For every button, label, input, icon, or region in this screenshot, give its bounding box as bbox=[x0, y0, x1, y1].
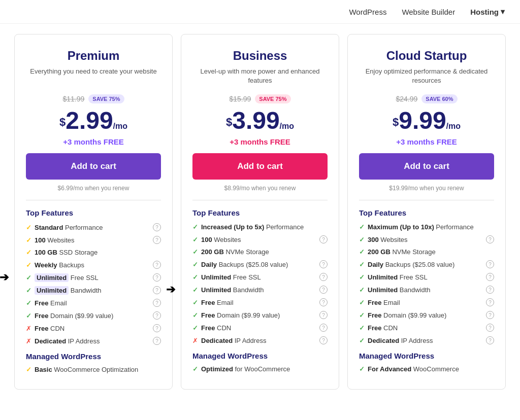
info-icon[interactable]: ? bbox=[319, 286, 328, 294]
info-icon[interactable]: ? bbox=[486, 311, 494, 319]
price-dollar: $ bbox=[226, 116, 232, 128]
check-green-icon: ✓ bbox=[192, 273, 198, 281]
info-icon[interactable]: ? bbox=[319, 311, 328, 319]
feature-left: ✓ Free Email bbox=[192, 299, 234, 306]
add-to-cart-button[interactable]: Add to cart bbox=[359, 153, 494, 180]
info-icon[interactable]: ? bbox=[319, 235, 328, 243]
feature-left: ✓ Free CDN bbox=[192, 324, 231, 332]
feature-item: ✓ Unlimited Free SSL ? bbox=[359, 273, 494, 281]
check-green-icon: ✓ bbox=[359, 299, 365, 306]
cross-icon: ✗ bbox=[26, 325, 31, 332]
feature-text: Free CDN bbox=[368, 324, 398, 332]
info-icon[interactable]: ? bbox=[486, 298, 494, 306]
info-icon[interactable]: ? bbox=[319, 336, 328, 344]
nav-hosting[interactable]: Hosting ▾ bbox=[470, 7, 505, 16]
feature-bold: Unlimited bbox=[368, 273, 398, 281]
feature-left: ✓ Standard Performance bbox=[26, 224, 103, 231]
feature-bold: Dedicated bbox=[201, 337, 233, 344]
feature-bold: 100 bbox=[35, 236, 46, 244]
check-green-icon: ✓ bbox=[192, 299, 198, 306]
features-list: ✓ Standard Performance ? ✓ 100 Websites … bbox=[26, 223, 161, 345]
feature-left: ✓ For Advanced WooCommerce bbox=[359, 365, 459, 373]
info-icon[interactable]: ? bbox=[153, 273, 161, 282]
feature-item: ✓ 100 Websites ? bbox=[192, 235, 328, 243]
feature-text: Free CDN bbox=[201, 324, 231, 332]
feature-text: Daily Backups ($25.08 value) bbox=[201, 261, 288, 268]
feature-left: ✓ Increased (Up to 5x) Performance bbox=[192, 223, 304, 231]
feature-left: ✓ Free Email bbox=[26, 299, 67, 307]
info-icon[interactable]: ? bbox=[153, 223, 161, 231]
feature-item: ✗ Dedicated IP Address ? bbox=[26, 337, 161, 345]
managed-title: Managed WordPress bbox=[192, 352, 328, 360]
feature-left: ✓ 200 GB NVMe Storage bbox=[192, 248, 269, 256]
feature-text: 200 GB NVMe Storage bbox=[201, 248, 269, 256]
feature-bold: Optimized bbox=[201, 365, 233, 373]
check-green-icon: ✓ bbox=[359, 337, 365, 344]
feature-text: 300 Websites bbox=[368, 236, 408, 243]
feature-item: ✓ Unlimited Bandwidth ? bbox=[359, 286, 494, 294]
managed-feature-text: For Advanced WooCommerce bbox=[368, 365, 459, 373]
feature-left: ✓ Free Domain ($9.99 value) bbox=[359, 311, 446, 319]
features-title: Top Features bbox=[26, 208, 161, 217]
info-icon[interactable]: ? bbox=[486, 324, 494, 332]
info-icon[interactable]: ? bbox=[153, 261, 161, 269]
feature-text: Dedicated IP Address bbox=[201, 337, 266, 344]
feature-left: ✗ Dedicated IP Address bbox=[192, 337, 266, 344]
check-green-icon: ✓ bbox=[192, 286, 198, 294]
info-icon[interactable]: ? bbox=[319, 298, 328, 306]
info-icon[interactable]: ? bbox=[319, 273, 328, 281]
nav-website-builder[interactable]: Website Builder bbox=[402, 8, 455, 16]
managed-feature-item: ✓ Basic WooCommerce Optimization bbox=[26, 366, 161, 373]
check-green-icon: ✓ bbox=[359, 248, 365, 256]
save-badge: SAVE 60% bbox=[421, 94, 457, 103]
add-to-cart-button[interactable]: Add to cart bbox=[192, 153, 328, 180]
info-icon[interactable]: ? bbox=[153, 324, 161, 332]
feature-item: ✓ 100 Websites ? bbox=[26, 236, 161, 244]
feature-left: ✗ Dedicated IP Address bbox=[26, 337, 100, 345]
feature-item: ✓ Daily Backups ($25.08 value) ? bbox=[192, 260, 328, 268]
feature-item: ✓ Increased (Up to 5x) Performance bbox=[192, 223, 328, 231]
feature-item: ✓ Standard Performance ? bbox=[26, 223, 161, 231]
free-months: +3 months FREE bbox=[192, 137, 328, 146]
info-icon[interactable]: ? bbox=[486, 260, 494, 268]
info-icon[interactable]: ? bbox=[153, 236, 161, 244]
feature-left: ✓ 100 Websites bbox=[26, 236, 75, 244]
info-icon[interactable]: ? bbox=[153, 337, 161, 345]
feature-text: Unlimited Free SSL bbox=[35, 274, 99, 282]
feature-bold-highlight: Unlimited bbox=[35, 286, 69, 295]
feature-text: Unlimited Bandwidth bbox=[201, 286, 264, 294]
info-icon[interactable]: ? bbox=[486, 273, 494, 281]
feature-bold: Free bbox=[35, 299, 48, 307]
nav-wordpress[interactable]: WordPress bbox=[349, 8, 386, 16]
feature-item: ✓ 200 GB NVMe Storage bbox=[192, 248, 328, 256]
feature-text: Dedicated IP Address bbox=[35, 337, 100, 345]
check-green-icon: ✓ bbox=[359, 365, 365, 373]
feature-item: ✓ Daily Backups ($25.08 value) ? bbox=[359, 260, 494, 268]
info-icon[interactable]: ? bbox=[153, 311, 161, 320]
add-to-cart-button[interactable]: Add to cart bbox=[26, 153, 161, 180]
info-icon[interactable]: ? bbox=[486, 235, 494, 243]
info-icon[interactable]: ? bbox=[486, 336, 494, 344]
feature-left: ✗ Free CDN bbox=[26, 325, 64, 332]
feature-bold: 100 GB bbox=[35, 249, 57, 256]
feature-text: Free Domain ($9.99 value) bbox=[201, 311, 280, 319]
info-icon[interactable]: ? bbox=[319, 324, 328, 332]
features-title: Top Features bbox=[192, 208, 328, 217]
feature-item: ✓ Maximum (Up to 10x) Performance bbox=[359, 223, 494, 231]
info-icon[interactable]: ? bbox=[153, 286, 161, 294]
info-icon[interactable]: ? bbox=[153, 299, 161, 307]
feature-text: Unlimited Bandwidth bbox=[35, 287, 102, 294]
info-icon[interactable]: ? bbox=[486, 286, 494, 294]
arrow-annotation: ➔ bbox=[166, 283, 175, 296]
feature-bold: Free bbox=[35, 312, 48, 320]
feature-text: Standard Performance bbox=[35, 224, 103, 231]
feature-bold: Daily bbox=[201, 261, 217, 268]
info-icon[interactable]: ? bbox=[319, 260, 328, 268]
check-yellow-icon: ✓ bbox=[26, 366, 31, 373]
managed-feature-item: ✓ For Advanced WooCommerce bbox=[359, 365, 494, 373]
check-yellow-icon: ✓ bbox=[26, 261, 31, 269]
original-price: $15.99 bbox=[229, 95, 251, 103]
feature-text: 100 Websites bbox=[201, 236, 241, 243]
feature-text: Free Email bbox=[368, 299, 400, 306]
feature-text: 100 Websites bbox=[35, 236, 75, 244]
